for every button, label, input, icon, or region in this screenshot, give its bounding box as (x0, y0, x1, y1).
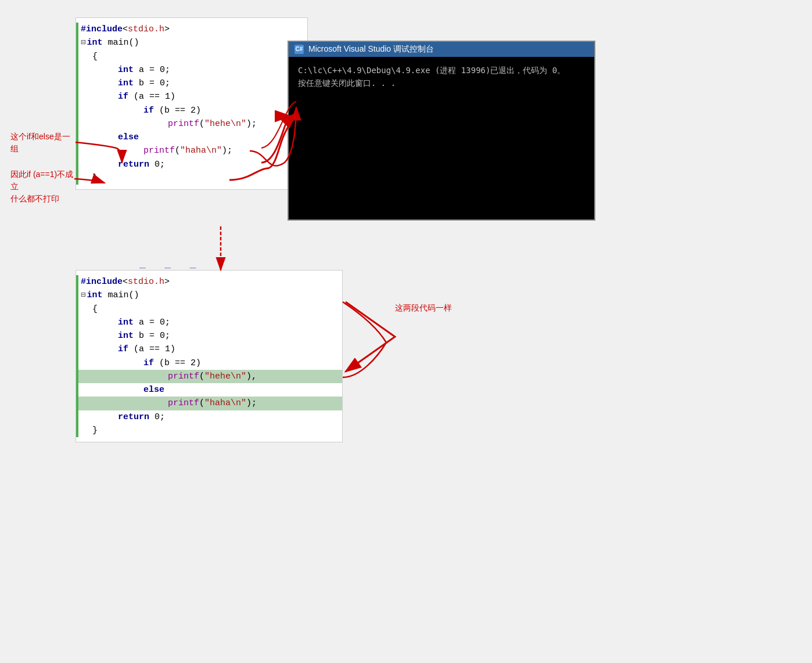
line-content: printf("haha\n"); (90, 397, 257, 410)
code-line: printf("hehe\n"); (76, 117, 307, 131)
code-text: "hehe\n" (204, 117, 246, 131)
code-text: int (87, 36, 102, 49)
line-content: int a = 0; (90, 316, 170, 329)
green-bar (76, 117, 78, 131)
code-text: } (92, 171, 98, 185)
code-text: return (118, 158, 149, 171)
code-line: } (76, 171, 307, 185)
code-line-highlight: printf("hehe\n"), (76, 370, 342, 383)
green-bar (76, 158, 78, 171)
line-content: int a = 0; (90, 63, 170, 77)
code-line: int b = 0; (76, 329, 342, 343)
code-text: ( (199, 397, 204, 410)
green-bar (76, 50, 78, 63)
line-content: if (a == 1) (90, 90, 175, 103)
code-text: "haha\n" (204, 397, 246, 410)
green-bar (76, 329, 78, 343)
code-text: 0; (149, 410, 165, 424)
green-bar (76, 144, 78, 157)
line-content: if (b == 2) (90, 104, 201, 117)
code-text: stdio.h (128, 23, 164, 36)
green-bar (76, 171, 78, 185)
terminal-titlebar: C# Microsoft Visual Studio 调试控制台 (289, 42, 594, 57)
code-text: < (123, 23, 128, 36)
line-content: else (90, 383, 164, 397)
code-text: else (118, 131, 139, 144)
code-text: main() (102, 289, 139, 302)
line-content: ⊟int main() (78, 289, 139, 302)
code-line: if (a == 1) (76, 90, 307, 103)
code-text: ); (246, 117, 257, 131)
terminal-line2: 按任意键关闭此窗口. . . (298, 77, 585, 89)
code-line: if (a == 1) (76, 343, 342, 356)
code-text: ); (246, 397, 257, 410)
code-text: > (164, 23, 170, 36)
code-text: int (118, 316, 134, 329)
terminal-line1: C:\lc\C++\4.9\Debug\4.9.exe (进程 13996)已退… (298, 64, 585, 77)
code-text: (a == 1) (128, 90, 175, 103)
code-line: if (b == 2) (76, 356, 342, 370)
line-content: printf("haha\n"); (90, 144, 232, 157)
green-bar (76, 104, 78, 117)
code-line: int b = 0; (76, 77, 307, 90)
green-bar (76, 410, 78, 424)
code-text: printf (168, 397, 199, 410)
line-content: { (90, 302, 98, 316)
code-text: int (87, 289, 102, 302)
collapse-icon: ⊟ (81, 289, 85, 302)
terminal-window: C# Microsoft Visual Studio 调试控制台 C:\lc\C… (288, 41, 595, 221)
code-text: { (92, 50, 98, 63)
code-text: int (118, 77, 134, 90)
green-bar (76, 424, 78, 437)
line-content: } (90, 424, 98, 437)
terminal-icon: C# (294, 45, 304, 54)
green-bar (76, 77, 78, 90)
collapse-icon: ⊟ (81, 37, 85, 49)
code-text: printf (168, 117, 199, 131)
green-bar (76, 397, 78, 410)
code-text: > (164, 275, 170, 289)
code-line: } (76, 424, 342, 437)
code-text: a = 0; (134, 316, 170, 329)
code-line: return 0; (76, 158, 307, 171)
line-content: int b = 0; (90, 329, 170, 343)
annotation-if-result: 因此if (a==1)不成立什么都不打印 (10, 168, 74, 205)
green-bar (76, 343, 78, 356)
code-text: return (118, 410, 149, 424)
code-text: { (92, 302, 98, 316)
code-text: (a == 1) (128, 343, 175, 356)
green-bar (76, 356, 78, 370)
code-text: #include (81, 275, 123, 289)
line-content: ⊟int main() (78, 36, 139, 49)
line-content: if (b == 2) (90, 356, 201, 370)
code-panel-top: #include<stdio.h> ⊟int main() { int a = … (76, 17, 308, 190)
code-text: (b == 2) (154, 356, 201, 370)
code-text: ), (246, 370, 257, 383)
line-content: { (90, 50, 98, 63)
code-line: else (76, 131, 307, 144)
code-line: int a = 0; (76, 316, 342, 329)
code-text: "haha\n" (180, 144, 222, 157)
code-text: } (92, 424, 98, 437)
line-content: return 0; (90, 410, 165, 424)
code-text: stdio.h (128, 275, 164, 289)
code-line: #include<stdio.h> (76, 275, 342, 289)
code-text: b = 0; (134, 329, 170, 343)
code-line-highlight2: printf("haha\n"); (76, 397, 342, 410)
code-line: #include<stdio.h> (76, 23, 307, 36)
line-content: printf("hehe\n"), (90, 370, 257, 383)
code-line: else (76, 383, 342, 397)
green-bar (76, 131, 78, 144)
green-bar (76, 302, 78, 316)
code-text: if (118, 90, 128, 103)
code-text: main() (102, 36, 139, 49)
terminal-title: Microsoft Visual Studio 调试控制台 (308, 44, 434, 55)
code-text: if (143, 104, 154, 117)
code-text: "hehe\n" (204, 370, 246, 383)
code-text: ( (175, 144, 180, 157)
terminal-body: C:\lc\C++\4.9\Debug\4.9.exe (进程 13996)已退… (289, 57, 594, 219)
green-bar (76, 316, 78, 329)
code-text: printf (168, 370, 199, 383)
green-bar (76, 90, 78, 103)
code-line: { (76, 302, 342, 316)
